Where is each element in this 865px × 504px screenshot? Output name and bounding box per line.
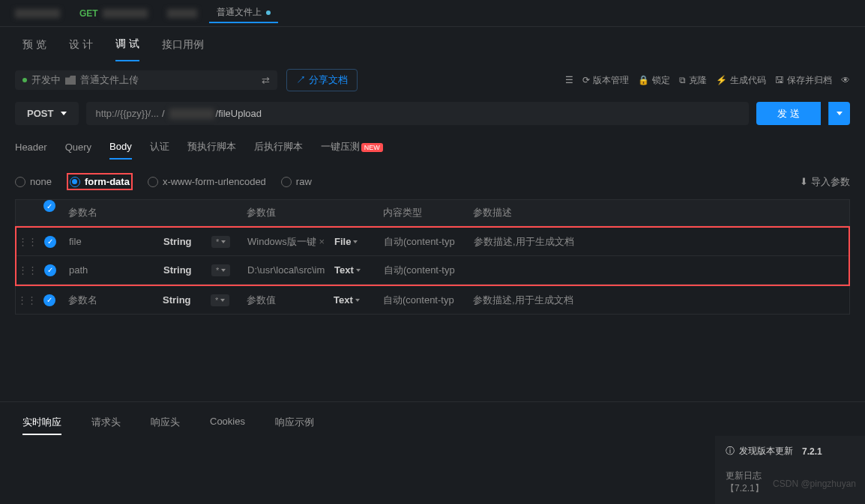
- drag-handle-icon[interactable]: ⋮⋮: [16, 236, 39, 247]
- table-header: 参数名 参数值 内容类型 参数描述: [15, 199, 850, 226]
- row-checkbox[interactable]: [43, 294, 55, 306]
- top-tabs: GET 普通文件上: [0, 0, 865, 27]
- tab-preview[interactable]: 预 览: [22, 29, 46, 61]
- value-type-select[interactable]: File: [331, 230, 376, 253]
- top-tab-3[interactable]: [160, 6, 205, 21]
- update-title: ⓘ 发现版本更新7.2.1: [726, 445, 855, 458]
- list-icon[interactable]: ☰: [565, 75, 573, 85]
- tab-cookies[interactable]: Cookies: [210, 411, 245, 435]
- radio-urlencoded[interactable]: x-www-form-urlencoded: [148, 176, 266, 187]
- tab-auth[interactable]: 认证: [150, 134, 169, 160]
- param-name-input[interactable]: 参数名: [61, 288, 158, 313]
- request-row: POST http://{{pzy}}/... / /fileUpload 发 …: [0, 97, 865, 130]
- table-row: ⋮⋮ path String * D:\usr\local\src\im Tex…: [16, 256, 849, 285]
- param-type-select[interactable]: String: [159, 258, 211, 282]
- param-name-input[interactable]: path: [61, 258, 159, 282]
- tab-design[interactable]: 设 计: [69, 29, 93, 61]
- value-type-select[interactable]: Text: [331, 258, 376, 282]
- update-panel: ⓘ 发现版本更新7.2.1 更新日志 【7.2.1】: [715, 436, 865, 504]
- tab-realtime-response[interactable]: 实时响应: [22, 411, 61, 435]
- param-value-input[interactable]: 参数值: [241, 288, 331, 313]
- top-tab-2[interactable]: GET: [72, 5, 155, 22]
- param-type-select[interactable]: String: [158, 288, 211, 312]
- modified-dot-icon: [266, 10, 271, 15]
- url-input[interactable]: http://{{pzy}}/... / /fileUpload: [86, 102, 749, 125]
- param-desc-input[interactable]: 参数描述,用于生成文档: [466, 229, 849, 255]
- radio-raw[interactable]: raw: [281, 176, 312, 187]
- method-select[interactable]: POST: [15, 102, 79, 125]
- save-archive-button[interactable]: 🖫 保存并归档: [775, 74, 832, 87]
- tab-query[interactable]: Query: [65, 136, 91, 159]
- gen-code-button[interactable]: ⚡ 生成代码: [716, 74, 766, 87]
- radio-form-data[interactable]: form-data: [70, 176, 130, 187]
- header-content-type: 内容类型: [376, 200, 465, 225]
- radio-none[interactable]: none: [15, 176, 52, 187]
- check-all[interactable]: [43, 200, 55, 212]
- status-dot-icon: [22, 78, 27, 82]
- params-table: 参数名 参数值 内容类型 参数描述: [15, 199, 850, 226]
- sub-tabs: 预 览 设 计 调 试 接口用例: [0, 27, 865, 63]
- header-desc: 参数描述: [465, 200, 849, 225]
- top-tab-active[interactable]: 普通文件上: [209, 3, 278, 23]
- drag-handle-icon[interactable]: ⋮⋮: [16, 264, 39, 276]
- lock-button[interactable]: 🔒 锁定: [638, 74, 670, 87]
- request-tabs: Header Query Body 认证 预执行脚本 后执行脚本 一键压测NEW: [0, 130, 865, 164]
- row-checkbox[interactable]: [44, 264, 56, 276]
- close-icon[interactable]: ×: [319, 236, 325, 247]
- watermark: CSDN @pingzhuyan: [773, 479, 856, 489]
- drag-handle-icon[interactable]: ⋮⋮: [16, 294, 38, 306]
- toolbar: 开发中 普通文件上传 ⇄ ↗ 分享文档 ☰ ⟳ 版本管理 🔒 锁定 ⧉ 克隆 ⚡…: [0, 63, 865, 97]
- tab-header[interactable]: Header: [15, 136, 47, 159]
- highlighted-rows: ⋮⋮ file String * Windows版一键 × File 自动(co…: [15, 226, 850, 286]
- send-more-button[interactable]: [828, 102, 850, 125]
- share-button[interactable]: ↗ 分享文档: [286, 69, 358, 91]
- param-value-input[interactable]: D:\usr\local\src\im: [241, 258, 331, 282]
- param-value-input[interactable]: Windows版一键 ×: [241, 229, 331, 255]
- required-select[interactable]: *: [211, 236, 230, 248]
- content-type-input[interactable]: 自动(content-typ: [376, 288, 465, 313]
- header-value: 参数值: [241, 200, 331, 225]
- tab-post-script[interactable]: 后执行脚本: [254, 134, 303, 160]
- param-desc-input[interactable]: 参数描述,用于生成文档: [465, 288, 849, 313]
- row-checkbox[interactable]: [44, 236, 56, 248]
- tab-pre-script[interactable]: 预执行脚本: [187, 134, 236, 160]
- content-type-input[interactable]: 自动(content-typ: [376, 258, 466, 283]
- table-row: ⋮⋮ file String * Windows版一键 × File 自动(co…: [16, 228, 849, 256]
- settings-icon[interactable]: ⇄: [262, 75, 270, 86]
- param-name-input[interactable]: file: [61, 230, 159, 253]
- tab-load-test[interactable]: 一键压测NEW: [321, 134, 383, 160]
- tab-request-headers[interactable]: 请求头: [91, 411, 121, 435]
- version-mgmt-button[interactable]: ⟳ 版本管理: [582, 74, 629, 87]
- top-tab-1[interactable]: [7, 6, 67, 21]
- breadcrumb-text: 普通文件上传: [80, 73, 139, 87]
- table-row: ⋮⋮ 参数名 String * 参数值 Text 自动(content-typ …: [15, 286, 850, 315]
- tab-body[interactable]: Body: [109, 135, 132, 160]
- tab-response-headers[interactable]: 响应头: [151, 411, 180, 435]
- folder-icon: [65, 76, 76, 85]
- status-label: 开发中: [31, 73, 61, 87]
- tab-debug[interactable]: 调 试: [115, 28, 139, 61]
- param-type-select[interactable]: String: [159, 230, 211, 253]
- import-params-button[interactable]: ⬇ 导入参数: [800, 175, 850, 189]
- tab-interface-case[interactable]: 接口用例: [162, 29, 204, 61]
- eye-icon[interactable]: 👁: [841, 75, 850, 85]
- tab-response-examples[interactable]: 响应示例: [275, 411, 314, 435]
- content-type-input[interactable]: 自动(content-typ: [376, 229, 466, 255]
- required-select[interactable]: *: [211, 294, 229, 306]
- value-type-select[interactable]: Text: [331, 288, 376, 312]
- header-name: 参数名: [61, 200, 158, 225]
- body-types: none form-data x-www-form-urlencoded raw…: [0, 164, 865, 199]
- send-button[interactable]: 发 送: [756, 102, 821, 125]
- required-select[interactable]: *: [211, 264, 230, 276]
- breadcrumb[interactable]: 开发中 普通文件上传 ⇄: [15, 70, 277, 90]
- clone-button[interactable]: ⧉ 克隆: [679, 74, 707, 87]
- param-desc-input[interactable]: [466, 264, 849, 276]
